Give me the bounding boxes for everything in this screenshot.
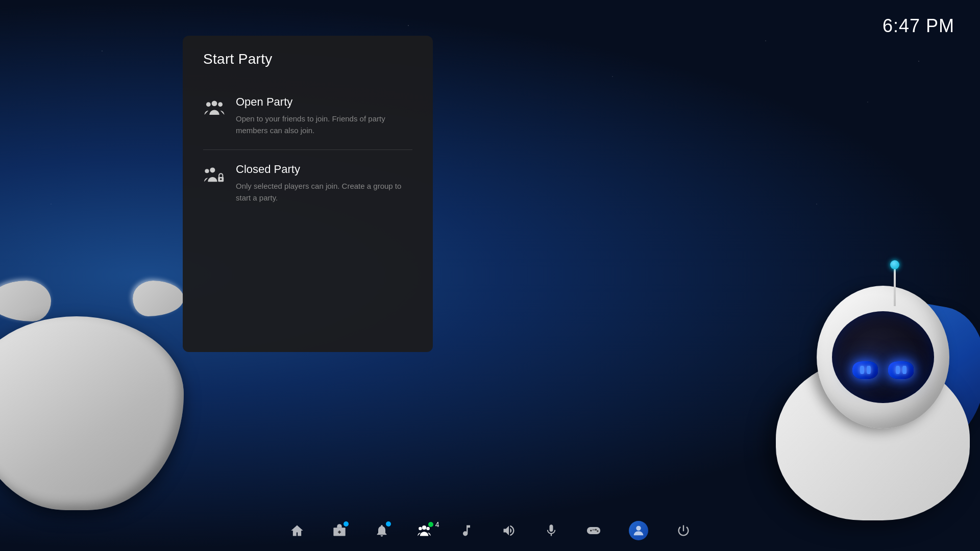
clock: 6:47 PM: [883, 15, 954, 37]
taskbar-music[interactable]: [459, 523, 474, 538]
astro-bot-image: [750, 214, 980, 520]
music-icon: [459, 523, 474, 538]
taskbar-gamepad[interactable]: [586, 523, 601, 538]
profile-avatar-img: [631, 523, 646, 538]
closed-party-option[interactable]: Closed Party Only selected players can j…: [203, 153, 412, 214]
svg-point-19: [636, 526, 641, 531]
svg-point-1: [206, 102, 211, 107]
taskbar-power[interactable]: [676, 523, 691, 538]
profile-avatar-icon: [629, 521, 648, 540]
party-badge-dot: [428, 522, 433, 527]
power-icon: [676, 523, 691, 538]
modal-title: Start Party: [203, 51, 412, 67]
volume-icon: [502, 523, 516, 538]
svg-point-11: [419, 527, 422, 531]
svg-point-6: [220, 178, 222, 180]
open-party-title: Open Party: [236, 95, 412, 109]
svg-point-4: [205, 169, 209, 173]
taskbar-mic[interactable]: [544, 523, 558, 538]
open-party-icon: [203, 96, 226, 119]
taskbar-friends[interactable]: 4: [417, 523, 431, 538]
start-party-modal: Start Party Open Party Open to your frie…: [183, 36, 433, 352]
open-party-option[interactable]: Open Party Open to your friends to join.…: [203, 85, 412, 147]
svg-point-16: [595, 529, 597, 531]
svg-point-10: [422, 525, 426, 530]
taskbar-store[interactable]: [332, 523, 347, 538]
taskbar-home[interactable]: [290, 523, 304, 538]
taskbar: 4: [0, 510, 980, 551]
taskbar-volume[interactable]: [502, 523, 516, 538]
mic-icon: [544, 523, 558, 538]
open-party-desc: Open to your friends to join. Friends of…: [236, 113, 412, 137]
closed-party-desc: Only selected players can join. Create a…: [236, 180, 412, 204]
bell-notif-dot: [386, 521, 391, 527]
svg-rect-18: [592, 529, 595, 530]
party-badge-count: 4: [435, 520, 439, 529]
store-notif-dot: [344, 521, 349, 527]
closed-party-title: Closed Party: [236, 163, 412, 176]
taskbar-notifications[interactable]: [375, 523, 389, 538]
controller-image: [0, 270, 204, 525]
open-party-text: Open Party Open to your friends to join.…: [236, 95, 412, 137]
gamepad-icon: [586, 523, 601, 538]
home-icon: [290, 523, 304, 538]
svg-point-0: [212, 101, 217, 106]
taskbar-profile[interactable]: [629, 521, 648, 540]
svg-point-3: [210, 167, 215, 172]
svg-point-17: [597, 530, 599, 532]
option-divider: [203, 149, 412, 150]
closed-party-icon: [203, 164, 226, 186]
closed-party-text: Closed Party Only selected players can j…: [236, 163, 412, 204]
party-badge: 4: [428, 520, 439, 529]
svg-point-2: [218, 102, 223, 107]
